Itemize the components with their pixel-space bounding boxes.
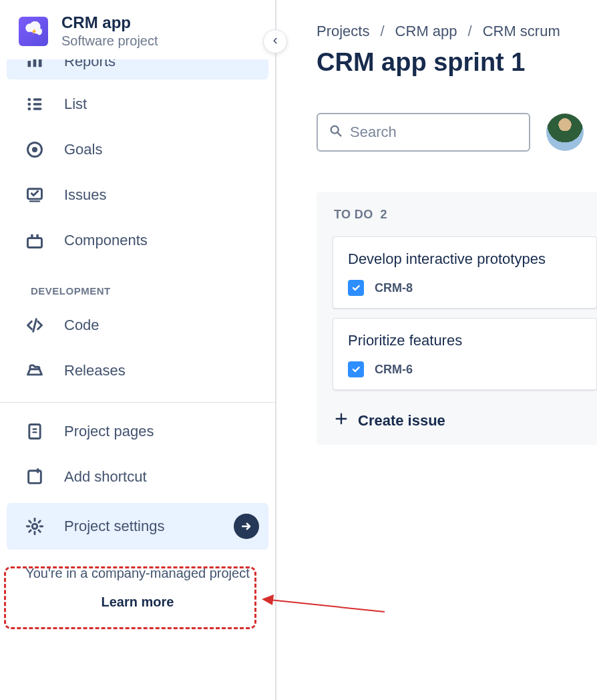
reports-icon bbox=[25, 59, 49, 70]
section-heading-development: DEVELOPMENT bbox=[7, 265, 268, 301]
svg-rect-8 bbox=[33, 108, 42, 110]
footer-text: You're in a company-managed project bbox=[7, 554, 268, 585]
sidebar-item-label: Project pages bbox=[64, 423, 154, 440]
issue-key: CRM-6 bbox=[375, 363, 413, 377]
svg-point-5 bbox=[28, 103, 31, 106]
create-issue-button[interactable]: Create issue bbox=[333, 399, 597, 437]
collapse-sidebar-button[interactable] bbox=[263, 29, 287, 53]
task-type-icon bbox=[348, 280, 364, 296]
goals-icon bbox=[25, 140, 49, 159]
plus-icon bbox=[334, 411, 349, 430]
issues-icon bbox=[25, 186, 49, 204]
breadcrumb-separator: / bbox=[468, 23, 472, 40]
sidebar-item-label: List bbox=[64, 96, 87, 113]
main-content: Projects / CRM app / CRM scrum CRM app s… bbox=[276, 0, 597, 700]
svg-point-20 bbox=[32, 524, 37, 528]
issue-key: CRM-8 bbox=[375, 281, 413, 295]
svg-point-7 bbox=[28, 108, 31, 111]
page-icon bbox=[25, 422, 49, 441]
list-icon bbox=[25, 95, 49, 114]
sidebar-item-issues[interactable]: Issues bbox=[7, 174, 268, 216]
sidebar-item-label: Issues bbox=[64, 186, 107, 204]
search-input[interactable] bbox=[350, 124, 518, 141]
arrow-right-circle-icon bbox=[234, 514, 259, 539]
breadcrumb-projects[interactable]: Projects bbox=[317, 23, 369, 40]
svg-point-3 bbox=[28, 98, 31, 102]
sidebar-item-label: Add shortcut bbox=[64, 468, 147, 486]
sidebar-item-label: Components bbox=[64, 232, 148, 249]
svg-rect-19 bbox=[29, 471, 41, 484]
create-issue-label: Create issue bbox=[358, 412, 445, 429]
issue-card[interactable]: Develop interactive prototypes CRM-8 bbox=[333, 236, 597, 309]
sidebar: CRM app Software project Reports List bbox=[0, 0, 276, 700]
sidebar-nav: Reports List Goals Issues bbox=[0, 59, 275, 700]
sidebar-item-label: Releases bbox=[64, 362, 126, 379]
breadcrumb-project[interactable]: CRM app bbox=[395, 23, 457, 40]
sidebar-item-label: Project settings bbox=[64, 518, 164, 535]
svg-rect-14 bbox=[31, 234, 33, 238]
sidebar-item-label: Reports bbox=[64, 59, 116, 70]
project-title: CRM app bbox=[61, 13, 158, 32]
sidebar-item-add-shortcut[interactable]: Add shortcut bbox=[7, 456, 268, 498]
board-column-todo: TO DO 2 Develop interactive prototypes C… bbox=[317, 192, 597, 445]
svg-rect-13 bbox=[28, 238, 42, 248]
svg-rect-12 bbox=[29, 200, 40, 202]
svg-point-10 bbox=[32, 147, 37, 152]
project-subtitle: Software project bbox=[61, 33, 158, 49]
sidebar-item-goals[interactable]: Goals bbox=[7, 129, 268, 170]
sidebar-item-list[interactable]: List bbox=[7, 83, 268, 125]
divider bbox=[0, 402, 275, 403]
cloud-lightning-icon bbox=[25, 21, 42, 41]
svg-rect-18 bbox=[33, 431, 37, 433]
issue-title: Develop interactive prototypes bbox=[348, 250, 582, 268]
sidebar-item-label: Code bbox=[64, 317, 100, 334]
learn-more-link[interactable]: Learn more bbox=[7, 585, 268, 623]
sidebar-item-releases[interactable]: Releases bbox=[7, 350, 268, 391]
svg-rect-2 bbox=[39, 59, 42, 67]
page-title: CRM app sprint 1 bbox=[317, 48, 597, 77]
releases-icon bbox=[25, 361, 49, 380]
column-status: TO DO bbox=[334, 208, 373, 221]
sidebar-item-code[interactable]: Code bbox=[7, 305, 268, 346]
sidebar-item-components[interactable]: Components bbox=[7, 220, 268, 261]
breadcrumb-separator: / bbox=[380, 23, 384, 40]
gear-icon bbox=[25, 517, 49, 536]
issue-card[interactable]: Prioritize features CRM-6 bbox=[333, 318, 597, 390]
code-icon bbox=[25, 316, 49, 335]
svg-rect-0 bbox=[28, 61, 31, 67]
issue-title: Prioritize features bbox=[348, 332, 582, 349]
sidebar-item-project-pages[interactable]: Project pages bbox=[7, 411, 268, 452]
components-icon bbox=[25, 231, 49, 250]
svg-rect-4 bbox=[33, 98, 42, 101]
add-shortcut-icon bbox=[25, 468, 49, 486]
task-type-icon bbox=[348, 361, 364, 377]
sidebar-item-project-settings[interactable]: Project settings bbox=[7, 503, 268, 550]
svg-rect-6 bbox=[33, 103, 42, 106]
column-header[interactable]: TO DO 2 bbox=[333, 208, 597, 222]
sidebar-item-reports[interactable]: Reports bbox=[7, 59, 268, 79]
sidebar-item-label: Goals bbox=[64, 141, 102, 158]
breadcrumb-board[interactable]: CRM scrum bbox=[483, 23, 560, 40]
chevron-left-icon bbox=[270, 36, 280, 47]
avatar[interactable] bbox=[546, 114, 584, 151]
svg-rect-17 bbox=[33, 428, 37, 429]
project-avatar bbox=[19, 17, 48, 46]
column-count: 2 bbox=[380, 208, 387, 221]
sidebar-header: CRM app Software project bbox=[0, 0, 275, 59]
svg-rect-15 bbox=[36, 234, 39, 238]
breadcrumb: Projects / CRM app / CRM scrum bbox=[317, 23, 597, 40]
svg-rect-1 bbox=[33, 59, 37, 67]
search-box[interactable] bbox=[317, 113, 530, 152]
search-icon bbox=[329, 124, 343, 141]
